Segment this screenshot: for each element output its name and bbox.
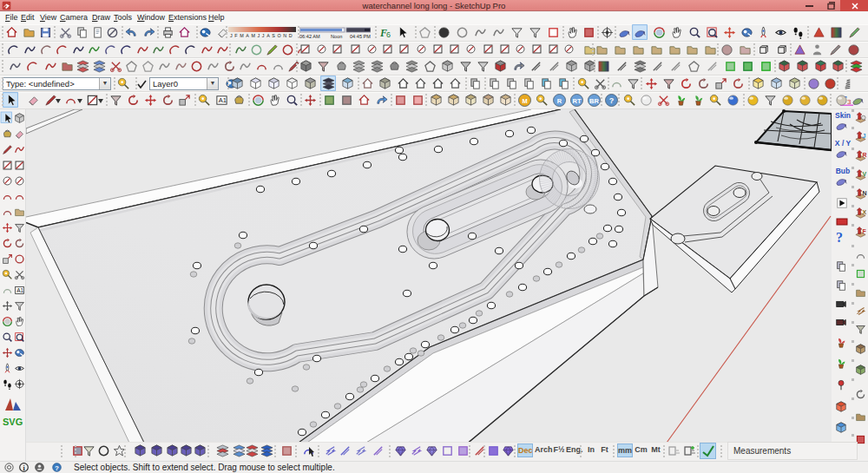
svg-text:?: ?	[609, 96, 615, 105]
svg-text:JFMAMJJASOND: JFMAMJJASOND	[230, 33, 294, 38]
svg-text:R: R	[862, 152, 866, 158]
svg-text:BR: BR	[589, 97, 599, 105]
svg-text:V: V	[862, 171, 866, 177]
svg-text:N: N	[862, 190, 866, 196]
svg-text:Noon: Noon	[331, 34, 342, 39]
svg-text:A1: A1	[219, 96, 227, 104]
svg-text:i: i	[23, 464, 25, 472]
svg-text:X: X	[862, 209, 866, 215]
svg-text:?: ?	[55, 464, 59, 472]
svg-text:04:45 PM: 04:45 PM	[350, 34, 371, 39]
svg-text:J: J	[862, 133, 865, 139]
svg-text:F: F	[862, 228, 866, 234]
svg-text:06:42 AM: 06:42 AM	[299, 34, 320, 39]
svg-text:?: ?	[836, 230, 843, 245]
svg-text:A1: A1	[16, 287, 23, 293]
svg-text:R: R	[557, 97, 562, 105]
svg-text:M: M	[522, 97, 527, 105]
svg-text:6: 6	[386, 30, 391, 39]
svg-text:RT: RT	[573, 97, 582, 105]
